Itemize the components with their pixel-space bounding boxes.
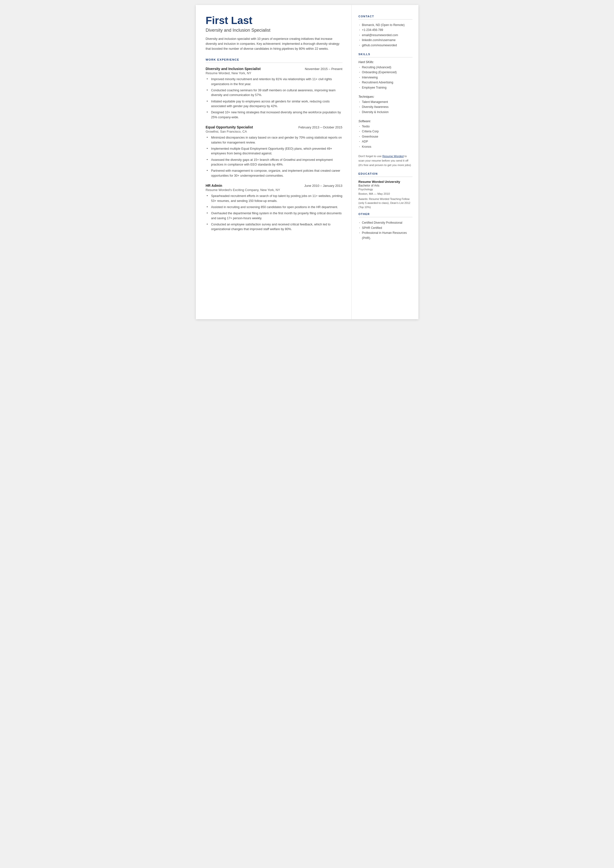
hard-skills-list: Recruiting (Advanced) Onboarding (Experi… xyxy=(358,65,412,90)
job-header-2: Equal Opportunity Specialist February 20… xyxy=(206,125,343,129)
other-item-2: SPHR Certified xyxy=(358,225,412,230)
job-title: Diversity and Inclusion Specialist xyxy=(206,28,343,33)
job-header-3: HR Admin June 2010 – January 2013 xyxy=(206,183,343,188)
work-experience-heading: WORK EXPERIENCE xyxy=(206,58,343,61)
hard-skills-label: Hard SKills: xyxy=(358,61,412,64)
job-company-3: Resume Worded's Exciting Company, New Yo… xyxy=(206,188,343,192)
hard-skill-1: Recruiting (Advanced) xyxy=(358,65,412,70)
contact-phone: +1-234-456-789 xyxy=(358,28,412,33)
hard-skill-3: Interviewing xyxy=(358,75,412,80)
edu-degree: Bachelor of Arts xyxy=(358,184,412,187)
job-header-1: Diversity and Inclusion Specialist Novem… xyxy=(206,67,343,71)
job-bullets-1: Improved minority recruitment and retent… xyxy=(206,77,343,120)
job-block-1: Diversity and Inclusion Specialist Novem… xyxy=(206,67,343,120)
left-column: First Last Diversity and Inclusion Speci… xyxy=(196,5,352,319)
bullet-1-4: Designed 10+ new hiring strategies that … xyxy=(207,110,343,120)
job-title-1: Diversity and Inclusion Specialist xyxy=(206,67,261,71)
technique-1: Talent Management xyxy=(358,99,412,104)
summary-text: Diversity and inclusion specialist with … xyxy=(206,36,343,51)
techniques-list: Talent Management Diversity Awareness Di… xyxy=(358,99,412,115)
promo-link[interactable]: Resume Worded xyxy=(382,155,403,158)
other-item-1: Certified Diversity Professional xyxy=(358,220,412,225)
job-block-3: HR Admin June 2010 – January 2013 Resume… xyxy=(206,183,343,232)
software-label: Software: xyxy=(358,120,412,123)
contact-email: email@resumeworded.com xyxy=(358,33,412,37)
hard-skill-5: Employee Training xyxy=(358,85,412,90)
skills-divider xyxy=(358,57,412,57)
job-company-1: Resume Worded, New York, NY xyxy=(206,71,343,75)
bullet-3-4: Conducted an employee satisfaction surve… xyxy=(207,222,343,232)
job-bullets-2: Minimized discrepancies in salary based … xyxy=(206,135,343,178)
job-title-2: Equal Opportunity Specialist xyxy=(206,125,253,129)
job-dates-1: November 2015 – Present xyxy=(305,67,343,71)
edu-school: Resume Worded University xyxy=(358,180,412,183)
bullet-2-2: Implemented multiple Equal Employment Op… xyxy=(207,146,343,156)
job-block-2: Equal Opportunity Specialist February 20… xyxy=(206,125,343,178)
bullet-1-2: Conducted coaching seminars for 39 staff… xyxy=(207,88,343,98)
bullet-2-3: Assessed the diversity gaps at 15+ branc… xyxy=(207,158,343,167)
bullet-3-1: Spearheaded recruitment efforts in searc… xyxy=(207,194,343,203)
contact-location: Bismarck, ND (Open to Remote) xyxy=(358,23,412,28)
software-5: Kronos xyxy=(358,144,412,149)
promo-text-before: Don't forget to use xyxy=(358,155,383,158)
contact-github: github.com/resumeworded xyxy=(358,43,412,48)
contact-heading: CONTACT xyxy=(358,15,412,18)
job-bullets-3: Spearheaded recruitment efforts in searc… xyxy=(206,194,343,232)
edu-major: Psychology xyxy=(358,187,412,191)
software-2: Criteria Corp xyxy=(358,129,412,134)
education-heading: EDUCATION xyxy=(358,172,412,175)
software-3: Greenhouse xyxy=(358,134,412,139)
job-dates-2: February 2013 – October 2015 xyxy=(298,126,343,129)
job-title-3: HR Admin xyxy=(206,183,222,188)
software-4: ADP xyxy=(358,139,412,144)
edu-block: Resume Worded University Bachelor of Art… xyxy=(358,180,412,209)
other-heading: OTHER xyxy=(358,213,412,216)
bullet-1-3: Initiated equitable pay to employees acr… xyxy=(207,99,343,109)
right-column: CONTACT Bismarck, ND (Open to Remote) +1… xyxy=(352,5,419,319)
contact-list: Bismarck, ND (Open to Remote) +1-234-456… xyxy=(358,23,412,48)
skills-heading: SKILLS xyxy=(358,53,412,56)
bullet-2-1: Minimized discrepancies in salary based … xyxy=(207,135,343,145)
bullet-3-3: Overhauled the departmental filing syste… xyxy=(207,211,343,221)
promo-block: Don't forget to use Resume Worded to sca… xyxy=(358,154,412,167)
techniques-label: Techniques: xyxy=(358,95,412,98)
resume-page: First Last Diversity and Inclusion Speci… xyxy=(196,5,419,319)
bullet-2-4: Partnered with management to compose, or… xyxy=(207,169,343,178)
candidate-name: First Last xyxy=(206,15,343,26)
hard-skill-2: Onboarding (Experienced) xyxy=(358,70,412,75)
software-list: Textio Criteria Corp Greenhouse ADP Kron… xyxy=(358,124,412,149)
contact-divider xyxy=(358,19,412,20)
bullet-1-1: Improved minority recruitment and retent… xyxy=(207,77,343,87)
technique-2: Diversity Awareness xyxy=(358,104,412,109)
edu-awards: Awards: Resume Worded Teaching Fellow (o… xyxy=(358,197,412,209)
other-list: Certified Diversity Professional SPHR Ce… xyxy=(358,220,412,241)
software-1: Textio xyxy=(358,124,412,129)
bullet-3-2: Assisted in recruiting and screening 850… xyxy=(207,205,343,210)
job-company-2: Growthsi, San Francisco, CA xyxy=(206,130,343,134)
contact-linkedin: linkedin.com/in/username xyxy=(358,37,412,43)
other-item-3: Professional in Human Resources (PHR). xyxy=(358,230,412,241)
technique-3: Diversity & Inclusion xyxy=(358,110,412,115)
education-divider xyxy=(358,177,412,177)
job-dates-3: June 2010 – January 2013 xyxy=(304,184,343,188)
hard-skill-4: Recruitment Advertising xyxy=(358,80,412,85)
edu-location-date: Boston, MA — May 2010 xyxy=(358,192,412,196)
